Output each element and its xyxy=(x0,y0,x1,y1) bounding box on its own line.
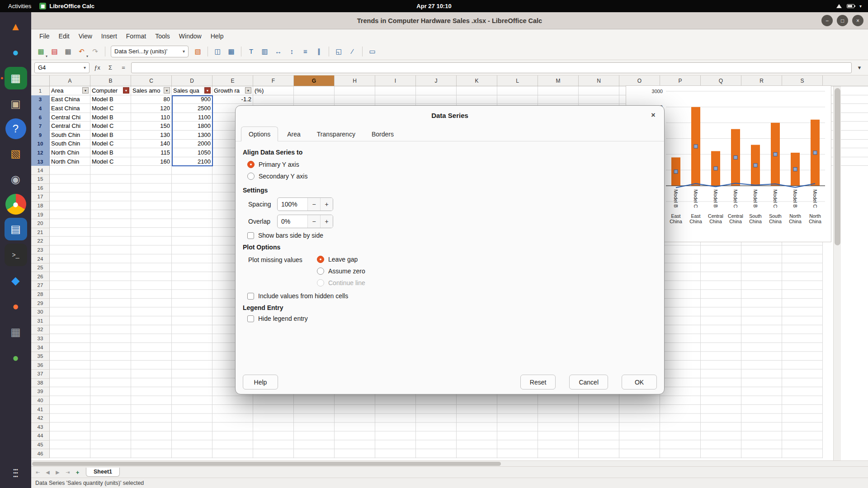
formula-input[interactable] xyxy=(131,62,852,73)
row-header-32[interactable]: 32 xyxy=(31,325,50,334)
automatic-layout-icon[interactable]: ▭ xyxy=(366,45,378,57)
export-pdf-icon[interactable]: ▤ xyxy=(48,45,61,57)
row-header-9[interactable]: 9 xyxy=(31,131,50,140)
redo-icon[interactable]: ↷ xyxy=(89,45,101,57)
column-header-S[interactable]: S xyxy=(782,75,823,86)
row-header-3[interactable]: 3 xyxy=(31,95,50,104)
row-header-22[interactable]: 22 xyxy=(31,237,50,246)
row-header-36[interactable]: 36 xyxy=(31,361,50,370)
cell-B9[interactable]: Model B xyxy=(90,131,131,139)
clock[interactable]: Apr 27 10:10 xyxy=(416,3,451,9)
chevron-down-icon[interactable]: ▾ xyxy=(84,65,86,70)
cell-B6[interactable]: Model B xyxy=(90,113,131,122)
row-header-6[interactable]: 6 xyxy=(31,113,50,122)
cell-B7[interactable]: Model C xyxy=(90,122,131,130)
cancel-button[interactable]: Cancel xyxy=(569,375,608,389)
vertical-scrollbar[interactable] xyxy=(833,86,841,460)
firefox-icon[interactable]: ● xyxy=(5,295,27,318)
data-series-selector[interactable]: Data Seri...ty (units)'▾ xyxy=(111,46,189,57)
menu-file[interactable]: File xyxy=(35,31,54,42)
last-sheet-icon[interactable]: ⇥ xyxy=(63,469,72,475)
cell-C1[interactable]: Sales amo▼ xyxy=(131,86,172,95)
column-header-P[interactable]: P xyxy=(660,75,701,86)
cell-B4[interactable]: Model C xyxy=(90,104,131,113)
horizontal-scrollbar[interactable] xyxy=(31,460,868,466)
column-header-G[interactable]: G xyxy=(294,75,335,86)
function-wizard-icon[interactable]: ƒx xyxy=(92,62,103,73)
legend-icon[interactable]: ▥ xyxy=(259,45,271,57)
column-header-H[interactable]: H xyxy=(335,75,375,86)
ok-button[interactable]: OK xyxy=(622,375,657,389)
spacing-decrease-button[interactable]: − xyxy=(307,198,320,211)
titles-icon[interactable]: T xyxy=(245,45,257,57)
row-header-20[interactable]: 20 xyxy=(31,219,50,228)
row-header-18[interactable]: 18 xyxy=(31,202,50,211)
libreoffice-calc-icon[interactable]: ▦ xyxy=(5,67,27,89)
row-header-43[interactable]: 43 xyxy=(31,423,50,432)
add-sheet-icon[interactable]: + xyxy=(73,469,82,476)
menu-tools[interactable]: Tools xyxy=(151,31,175,42)
cell-C13[interactable]: 160 xyxy=(131,157,172,166)
row-header-30[interactable]: 30 xyxy=(31,308,50,317)
row-header-10[interactable]: 10 xyxy=(31,140,50,149)
column-header-L[interactable]: L xyxy=(497,75,538,86)
include-hidden-cells-checkbox[interactable] xyxy=(247,293,254,300)
column-header-N[interactable]: N xyxy=(579,75,619,86)
next-sheet-icon[interactable]: ▶ xyxy=(53,469,62,475)
column-header-A[interactable]: A xyxy=(50,75,90,86)
first-sheet-icon[interactable]: ⇤ xyxy=(33,469,42,475)
show-bars-side-by-side-checkbox[interactable] xyxy=(247,232,254,239)
minimize-button[interactable]: − xyxy=(821,15,833,26)
row-header-23[interactable]: 23 xyxy=(31,246,50,255)
row-header-26[interactable]: 26 xyxy=(31,272,50,281)
dialog-close-button[interactable]: × xyxy=(648,110,659,121)
cell-E1[interactable]: Growth ra▼ xyxy=(212,86,253,95)
row-header-24[interactable]: 24 xyxy=(31,254,50,263)
software-store-icon[interactable]: ● xyxy=(5,347,27,369)
row-header-42[interactable]: 42 xyxy=(31,414,50,423)
cell-A6[interactable]: Central Chi xyxy=(50,113,90,122)
cell-C7[interactable]: 150 xyxy=(131,122,172,130)
cell-C6[interactable]: 110 xyxy=(131,113,172,122)
row-header-29[interactable]: 29 xyxy=(31,299,50,308)
cell-A9[interactable]: South Chin xyxy=(50,131,90,139)
tab-area[interactable]: Area xyxy=(280,127,308,141)
hide-legend-entry-checkbox[interactable] xyxy=(247,315,254,322)
window-titlebar[interactable]: Trends in Computer Hardware Sales .xlsx … xyxy=(31,12,868,29)
show-bars-side-by-side-option[interactable]: Show bars side by side xyxy=(247,232,657,239)
activities-button[interactable]: Activities xyxy=(0,3,39,9)
maximize-button[interactable]: □ xyxy=(837,15,848,26)
cell-A13[interactable]: North Chin xyxy=(50,157,90,166)
cell-D3[interactable]: 900 xyxy=(172,95,212,104)
image-viewer-icon[interactable]: ▧ xyxy=(5,142,27,165)
previous-sheet-icon[interactable]: ◀ xyxy=(43,469,52,475)
select-all-corner[interactable] xyxy=(31,75,50,86)
autofilter-button-E[interactable]: ▼ xyxy=(245,87,251,94)
cell-C3[interactable]: 80 xyxy=(131,95,172,104)
cell-B10[interactable]: Model C xyxy=(90,140,131,148)
sum-icon[interactable]: Σ xyxy=(105,62,116,73)
cell-A1[interactable]: Area▼ xyxy=(50,86,90,95)
overlap-value[interactable]: 0% xyxy=(278,218,307,225)
overlap-increase-button[interactable]: + xyxy=(320,215,333,228)
row-header-25[interactable]: 25 xyxy=(31,263,50,272)
cell-A7[interactable]: Central Chi xyxy=(50,122,90,130)
cell-E3[interactable]: -1.2 xyxy=(212,95,253,104)
row-header-46[interactable]: 46 xyxy=(31,449,50,458)
hide-legend-entry-option[interactable]: Hide legend entry xyxy=(247,315,657,322)
row-header-38[interactable]: 38 xyxy=(31,379,50,388)
vscode-icon[interactable]: ◆ xyxy=(5,269,27,292)
equals-icon[interactable]: = xyxy=(118,62,129,73)
libreoffice-writer-icon[interactable]: ▤ xyxy=(5,218,27,240)
cell-A10[interactable]: South Chin xyxy=(50,140,90,148)
column-header-J[interactable]: J xyxy=(416,75,457,86)
tab-borders[interactable]: Borders xyxy=(364,127,401,141)
cell-D12[interactable]: 1050 xyxy=(172,148,212,157)
column-header-E[interactable]: E xyxy=(212,75,253,86)
focused-app-menu[interactable]: ▦ LibreOffice Calc xyxy=(39,3,94,9)
row-header-45[interactable]: 45 xyxy=(31,441,50,450)
help-icon[interactable]: ? xyxy=(5,118,26,139)
webcam-icon[interactable]: ◉ xyxy=(5,168,27,191)
menu-help[interactable]: Help xyxy=(206,31,228,42)
spacing-increase-button[interactable]: + xyxy=(320,198,333,211)
